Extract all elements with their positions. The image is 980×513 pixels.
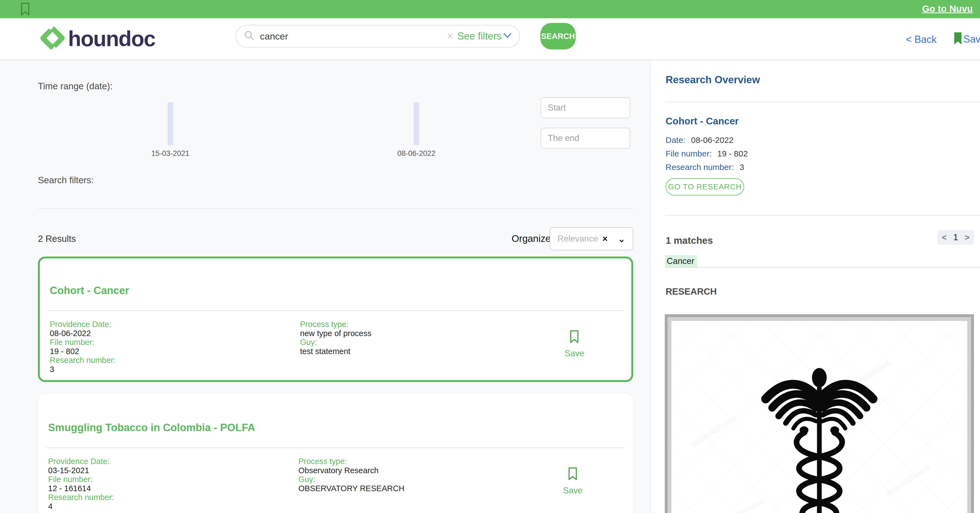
search-icon <box>244 30 255 42</box>
bookmark-outline-icon <box>569 330 580 345</box>
result-card-cohort-cancer[interactable]: Cohort - Cancer Providence Date: 08-06-2… <box>38 256 633 382</box>
search-input[interactable] <box>260 31 447 42</box>
field-value: 3 <box>740 162 744 172</box>
field-label: Process type: <box>300 320 371 329</box>
time-range-label: Time range (date): <box>38 81 113 92</box>
brand-name: houndoc <box>68 26 155 51</box>
field-label: File number: <box>48 475 114 484</box>
card-divider <box>48 310 623 311</box>
bookmark-outline-icon <box>567 467 578 482</box>
current-page: 1 <box>953 232 958 242</box>
watermark-text: depositphotos <box>690 413 738 449</box>
save-search-button[interactable]: Save <box>952 32 980 47</box>
see-filters-link[interactable]: See filters <box>457 30 502 42</box>
end-date-input[interactable] <box>541 128 630 149</box>
clear-search-icon[interactable]: × <box>447 30 453 42</box>
result-title[interactable]: Cohort - Cancer <box>50 285 129 297</box>
research-overview-panel: Research Overview Cohort - Cancer Date: … <box>650 60 980 513</box>
top-bar: Go to Nuvu <box>0 0 980 18</box>
result-fields-left: Providence Date: 08-06-2022 File number:… <box>50 320 116 374</box>
field-value: test statement <box>300 347 371 356</box>
caduceus-symbol <box>733 362 905 513</box>
field-value: 4 <box>48 502 114 511</box>
card-divider <box>46 448 625 448</box>
matches-pagination: < 1 > <box>937 230 974 245</box>
organize-chevron-down-icon[interactable]: ⌄ <box>618 233 626 245</box>
field-label: Research number: <box>48 493 114 502</box>
field-value: 03-15-2021 <box>48 466 114 475</box>
search-bar: × See filters <box>235 25 520 48</box>
field-value: 12 - 161614 <box>48 484 114 493</box>
research-section-label: RESEARCH <box>666 286 717 297</box>
result-fields-right: Process type: Observatory Research Guy: … <box>298 457 404 493</box>
result-fields-left: Providence Date: 03-15-2021 File number:… <box>48 457 114 511</box>
result-title[interactable]: Smuggling Tobacco in Colombia - POLFA <box>48 422 255 434</box>
slider-end-date: 08-06-2022 <box>386 149 447 158</box>
results-panel: Time range (date): 15-03-2021 08-06-2022… <box>0 60 650 513</box>
field-value: 19 - 802 <box>50 347 116 356</box>
search-button[interactable]: SEARCH <box>540 23 576 49</box>
field-label: Guy: <box>300 338 371 347</box>
organize-label: Organize: <box>512 233 554 244</box>
field-label: Research number: <box>50 356 116 365</box>
save-result-button[interactable]: Save <box>565 330 584 359</box>
field-value: 3 <box>50 365 116 374</box>
search-filters-label: Search filters: <box>38 175 94 186</box>
overview-title: Research Overview <box>666 74 760 86</box>
field-value: 19 - 802 <box>717 149 748 158</box>
save-result-label: Save <box>565 349 584 359</box>
field-label: Providence Date: <box>50 320 116 329</box>
matches-count: 1 matches <box>666 235 713 246</box>
field-value: OBSERVATORY RESEARCH <box>298 484 404 493</box>
organize-dropdown[interactable]: Relevance × ⌄ <box>550 227 633 251</box>
field-value: 08-06-2022 <box>691 135 733 145</box>
field-value: Observatory Research <box>298 466 404 475</box>
chevron-down-icon[interactable] <box>503 33 512 40</box>
result-fields-right: Process type: new type of process Guy: t… <box>300 320 371 356</box>
save-result-label: Save <box>563 486 582 496</box>
go-to-nuvu-link[interactable]: Go to Nuvu <box>922 3 973 14</box>
back-link[interactable]: < Back <box>906 34 937 45</box>
research-image: depositphotos depositphotos depositphoto… <box>665 314 974 513</box>
overview-field-research-number: Research number: 3 <box>666 162 744 172</box>
date-slider-start-handle[interactable] <box>167 102 173 145</box>
results-count: 2 Results <box>38 233 76 244</box>
save-label: Save <box>963 33 980 45</box>
bookmark-filled-icon <box>952 32 963 47</box>
date-slider-end-handle[interactable] <box>414 102 419 145</box>
research-image-canvas: depositphotos depositphotos depositphoto… <box>671 321 967 513</box>
header: houndoc × See filters 6 characters SEARC… <box>0 18 980 60</box>
slider-start-date: 15-03-2021 <box>140 149 201 158</box>
go-to-research-button[interactable]: GO TO RESEARCH <box>666 178 744 195</box>
bookmark-icon[interactable] <box>20 2 30 17</box>
matches-divider <box>666 215 980 216</box>
result-card-smuggling-tobacco[interactable]: Smuggling Tobacco in Colombia - POLFA Pr… <box>38 393 633 513</box>
match-divider <box>666 267 980 268</box>
match-term-highlight[interactable]: Cancer <box>665 255 697 268</box>
field-value: new type of process <box>300 329 371 338</box>
overview-field-date: Date: 08-06-2022 <box>666 135 733 145</box>
overview-field-file-number: File number: 19 - 802 <box>666 149 748 158</box>
field-label: File number: <box>666 149 712 158</box>
brand-logo[interactable]: houndoc <box>39 24 155 53</box>
organize-clear-icon[interactable]: × <box>602 233 608 244</box>
overview-divider <box>666 102 980 102</box>
field-label: Providence Date: <box>48 457 114 466</box>
field-label: File number: <box>50 338 116 347</box>
filters-divider <box>38 208 633 209</box>
organize-selected-value: Relevance <box>557 234 602 244</box>
overview-research-title: Cohort - Cancer <box>666 116 738 127</box>
field-label: Process type: <box>298 457 404 466</box>
field-label: Date: <box>666 135 686 145</box>
field-label: Research number: <box>666 162 734 172</box>
field-value: 08-06-2022 <box>50 329 116 338</box>
field-label: Guy: <box>298 475 404 484</box>
start-date-input[interactable] <box>541 97 630 118</box>
brand-logo-icon <box>39 24 66 53</box>
next-page-icon[interactable]: > <box>964 233 969 242</box>
save-result-button[interactable]: Save <box>563 467 582 496</box>
prev-page-icon[interactable]: < <box>942 233 947 242</box>
